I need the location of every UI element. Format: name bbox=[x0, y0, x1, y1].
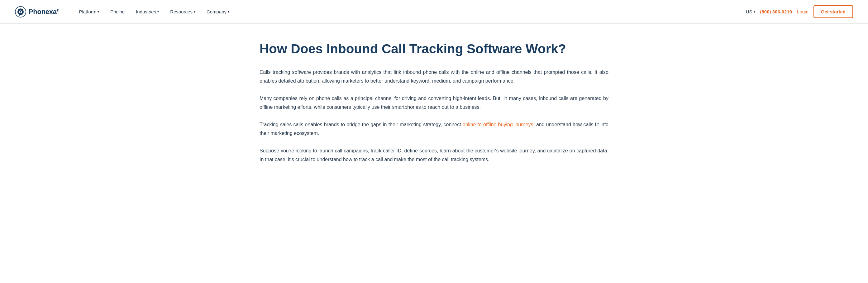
paragraph-1: Calls tracking software provides brands … bbox=[259, 68, 609, 85]
paragraph-2: Many companies rely on phone calls as a … bbox=[259, 94, 609, 112]
nav-item-resources[interactable]: Resources ▾ bbox=[165, 6, 200, 17]
nav-item-company[interactable]: Company ▾ bbox=[202, 6, 234, 17]
paragraph-3: Tracking sales calls enables brands to b… bbox=[259, 120, 609, 138]
main-content: How Does Inbound Call Tracking Software … bbox=[241, 24, 627, 183]
svg-point-2 bbox=[20, 11, 22, 12]
platform-chevron-icon: ▾ bbox=[97, 10, 99, 13]
online-offline-link[interactable]: online to offline buying journeys bbox=[463, 122, 533, 127]
logo-link[interactable]: Phonexa® bbox=[15, 6, 59, 18]
industries-chevron-icon: ▾ bbox=[157, 10, 159, 13]
logo-icon bbox=[15, 6, 26, 18]
locale-selector[interactable]: US ▾ bbox=[746, 9, 755, 14]
nav-item-pricing[interactable]: Pricing bbox=[105, 6, 130, 17]
resources-chevron-icon: ▾ bbox=[194, 10, 195, 13]
logo-name: Phonexa® bbox=[29, 8, 59, 16]
paragraph-4: Suppose you're looking to launch call ca… bbox=[259, 147, 609, 164]
logo-registered: ® bbox=[57, 8, 59, 12]
login-button[interactable]: Login bbox=[797, 9, 808, 14]
nav-item-platform[interactable]: Platform ▾ bbox=[74, 6, 104, 17]
company-chevron-icon: ▾ bbox=[228, 10, 229, 13]
nav-right: US ▾ (800) 306-0219 Login Get started bbox=[746, 5, 853, 18]
nav-item-industries[interactable]: Industries ▾ bbox=[131, 6, 164, 17]
navigation: Phonexa® Platform ▾ Pricing Industries ▾… bbox=[0, 0, 868, 24]
paragraph-3-before-link: Tracking sales calls enables brands to b… bbox=[259, 122, 463, 127]
page-heading: How Does Inbound Call Tracking Software … bbox=[259, 41, 609, 57]
nav-links: Platform ▾ Pricing Industries ▾ Resource… bbox=[74, 6, 746, 17]
get-started-button[interactable]: Get started bbox=[813, 5, 853, 18]
phone-link[interactable]: (800) 306-0219 bbox=[760, 9, 792, 14]
locale-chevron-icon: ▾ bbox=[754, 10, 755, 13]
